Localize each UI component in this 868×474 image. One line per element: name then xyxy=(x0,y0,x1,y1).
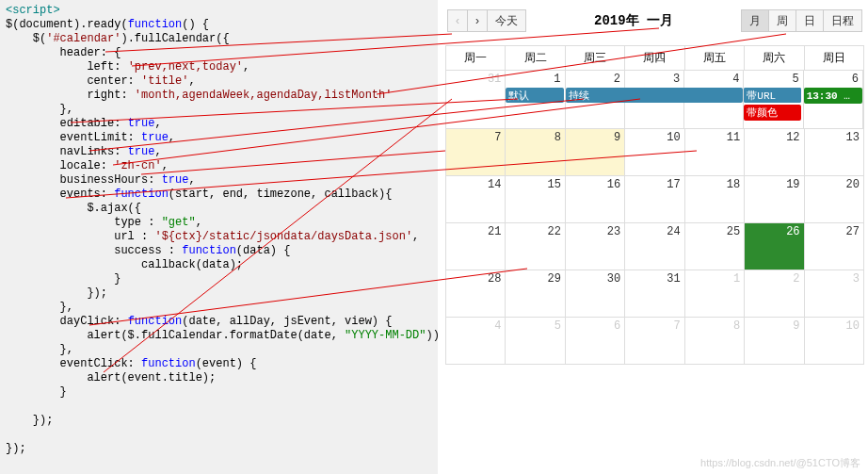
day-cell[interactable]: 16 xyxy=(566,176,625,222)
day-cell[interactable]: 24 xyxy=(625,223,684,270)
dow-mon: 周一 xyxy=(446,46,506,70)
day-cell[interactable]: 6 xyxy=(566,318,625,364)
calendar-title: 2019年 一月 xyxy=(526,12,741,29)
day-cell[interactable]: 28 xyxy=(446,270,506,317)
day-cell[interactable]: 10 xyxy=(805,318,863,364)
day-cell[interactable]: 1 xyxy=(685,270,745,317)
day-cell[interactable]: 9 xyxy=(745,318,804,364)
day-cell[interactable]: 18 xyxy=(685,176,745,222)
dow-wed: 周三 xyxy=(566,46,625,70)
script-tag: <script> xyxy=(6,4,60,17)
day-header-row: 周一 周二 周三 周四 周五 周六 周日 xyxy=(446,46,863,70)
day-cell[interactable]: 8 xyxy=(685,318,745,364)
calendar-grid: 周一 周二 周三 周四 周五 周六 周日 31 1 2 3 4 5 6 xyxy=(445,45,864,365)
week-view-button[interactable]: 周 xyxy=(768,9,796,32)
next-button[interactable]: › xyxy=(467,9,488,32)
event-continuous[interactable]: 持续 xyxy=(566,88,743,103)
prev-button[interactable]: ‹ xyxy=(447,9,468,32)
day-cell[interactable]: 21 xyxy=(446,223,506,270)
week-row: 31 1 2 3 4 5 6 默认 持续 带URL 带URL 带颜色 13:30… xyxy=(446,70,863,128)
calendar-toolbar: ‹ › 今天 2019年 一月 月 周 日 日程 xyxy=(445,9,864,32)
list-view-button[interactable]: 日程 xyxy=(823,9,862,32)
dow-fri: 周五 xyxy=(685,46,745,70)
today-button[interactable]: 今天 xyxy=(487,9,526,32)
event-colored[interactable]: 带颜色 xyxy=(744,105,801,121)
day-cell[interactable]: 12 xyxy=(745,129,804,175)
week-row: 21 22 23 24 25 26 27 xyxy=(446,222,863,270)
day-cell[interactable]: 14 xyxy=(446,176,506,222)
day-cell[interactable]: 4 xyxy=(446,318,506,364)
dow-thu: 周四 xyxy=(625,46,684,70)
day-cell[interactable]: 7 xyxy=(625,318,684,364)
week-row: 14 15 16 17 18 19 20 xyxy=(446,175,863,222)
week-row: 28 29 30 31 1 2 3 xyxy=(446,270,863,317)
month-view-button[interactable]: 月 xyxy=(741,9,769,32)
day-cell[interactable]: 31 xyxy=(446,71,506,128)
code-editor: <script> $(document).ready(function() { … xyxy=(0,0,438,474)
day-cell[interactable]: 15 xyxy=(506,176,565,222)
day-cell[interactable]: 8 xyxy=(506,129,565,175)
week-row: 7 8 9 10 11 12 13 xyxy=(446,128,863,175)
day-cell[interactable]: 10 xyxy=(625,129,684,175)
day-cell[interactable]: 30 xyxy=(566,270,625,317)
calendar-body: 31 1 2 3 4 5 6 默认 持续 带URL 带URL 带颜色 13:30… xyxy=(446,70,863,364)
day-cell[interactable]: 3 xyxy=(805,270,863,317)
day-cell[interactable]: 17 xyxy=(625,176,684,222)
day-cell[interactable]: 19 xyxy=(745,176,804,222)
dow-sat: 周六 xyxy=(745,46,804,70)
event-default[interactable]: 默认 xyxy=(506,88,564,103)
day-cell[interactable]: 27 xyxy=(805,223,863,270)
day-cell[interactable]: 31 xyxy=(625,270,684,317)
week-row: 4 5 6 7 8 9 10 xyxy=(446,317,863,364)
day-cell[interactable]: 9 xyxy=(566,129,625,175)
day-cell[interactable]: 22 xyxy=(506,223,565,270)
watermark: https://blog.csdn.net/@51CTO博客 xyxy=(700,456,860,470)
day-cell[interactable]: 25 xyxy=(685,223,745,270)
day-cell[interactable]: 29 xyxy=(506,270,565,317)
day-cell[interactable]: 7 xyxy=(446,129,506,175)
calendar-panel: ‹ › 今天 2019年 一月 月 周 日 日程 周一 周二 周三 周四 周五 … xyxy=(438,0,868,474)
day-cell[interactable]: 26 xyxy=(745,223,804,270)
day-view-button[interactable]: 日 xyxy=(796,9,824,32)
event-timed[interactable]: 13:30 带时 xyxy=(804,88,862,104)
day-cell[interactable]: 2 xyxy=(745,270,804,317)
day-cell[interactable]: 13 xyxy=(805,129,863,175)
day-cell[interactable]: 20 xyxy=(805,176,863,222)
dow-sun: 周日 xyxy=(805,46,863,70)
day-cell[interactable]: 5 xyxy=(506,318,565,364)
day-cell[interactable]: 23 xyxy=(566,223,625,270)
event-url2[interactable]: 带URL xyxy=(744,88,801,103)
day-cell[interactable]: 11 xyxy=(685,129,745,175)
dow-tue: 周二 xyxy=(506,46,565,70)
